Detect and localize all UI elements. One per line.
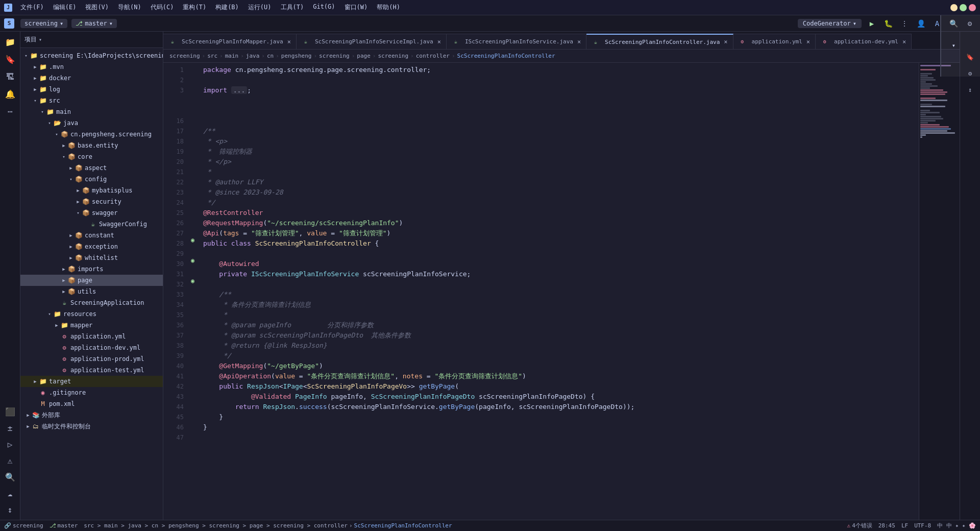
tree-item-temp[interactable]: ▶ 🗂 临时文件和控制台 bbox=[20, 421, 163, 432]
tree-item-docker[interactable]: ▶ 📁 docker bbox=[20, 73, 163, 84]
menu-help[interactable]: 帮助(H) bbox=[373, 2, 404, 13]
services-icon[interactable]: ☁ bbox=[2, 485, 18, 501]
project-icon[interactable]: 📁 bbox=[2, 34, 18, 50]
tree-item-page[interactable]: ▶ 📦 page bbox=[20, 275, 163, 286]
close-button[interactable] bbox=[969, 4, 976, 11]
tree-item-resources[interactable]: ▾ 📁 resources bbox=[20, 308, 163, 320]
tree-item-application-dev-yml[interactable]: ▶ ⚙ application-dev.yml bbox=[20, 342, 163, 353]
tree-item-log[interactable]: ▶ 📁 log bbox=[20, 84, 163, 95]
menu-nav[interactable]: 导航(N) bbox=[114, 2, 145, 13]
menu-build[interactable]: 构建(B) bbox=[211, 2, 243, 13]
tree-item-application-yml[interactable]: ▶ ⚙ application.yml bbox=[20, 331, 163, 342]
tab-application[interactable]: ⚙ application.yml × bbox=[733, 34, 816, 49]
run-button[interactable]: ▶ bbox=[866, 17, 878, 30]
breadcrumb-java[interactable]: java bbox=[246, 53, 260, 59]
tree-item-base-entity[interactable]: ▶ 📦 base.entity bbox=[20, 140, 163, 151]
breadcrumb-screening2[interactable]: screening bbox=[319, 53, 350, 59]
tree-item-exception[interactable]: ▶ 📦 exception bbox=[20, 241, 163, 252]
tab-application-close[interactable]: × bbox=[806, 38, 810, 45]
tree-item-externals[interactable]: ▶ 📚 外部库 bbox=[20, 409, 163, 421]
breadcrumb-controller[interactable]: controller bbox=[416, 53, 450, 59]
tree-item-utils[interactable]: ▶ 📦 utils bbox=[20, 286, 163, 297]
bookmark-icon[interactable]: 🔖 bbox=[2, 51, 18, 67]
tab-controller-close[interactable]: × bbox=[724, 38, 727, 45]
tab-controller[interactable]: ☕ ScScreeningPlanInfoController.java × bbox=[586, 34, 733, 49]
file-tree-content[interactable]: ▾ 📁 screening E:\IdeaProjects\screening … bbox=[20, 48, 163, 520]
tree-item-screeningapp[interactable]: ▶ ☕ ScreeningApplication bbox=[20, 297, 163, 308]
tree-item-constant[interactable]: ▶ 📦 constant bbox=[20, 230, 163, 241]
code-generator-button[interactable]: CodeGenerator ▾ bbox=[798, 19, 862, 28]
status-errors[interactable]: ⚠ 4个错误 bbox=[847, 522, 872, 529]
run-console-icon[interactable]: ▷ bbox=[2, 436, 18, 452]
menu-run[interactable]: 运行(U) bbox=[244, 2, 276, 13]
notification-icon[interactable]: 🔔 bbox=[2, 86, 18, 102]
tree-item-mvn[interactable]: ▶ 📁 .mvn bbox=[20, 61, 163, 73]
breadcrumb-src[interactable]: src bbox=[207, 53, 217, 59]
menu-edit[interactable]: 编辑(E) bbox=[49, 2, 81, 13]
git-icon[interactable]: ± bbox=[2, 420, 18, 436]
terminal-icon[interactable]: ⬛ bbox=[2, 403, 18, 420]
status-branch[interactable]: ⎇ master bbox=[50, 522, 78, 529]
breadcrumb-pengsheng[interactable]: pengsheng bbox=[281, 53, 312, 59]
user-button[interactable]: 👤 bbox=[915, 17, 927, 30]
tree-item-target[interactable]: ▶ 📁 target bbox=[20, 376, 163, 387]
right-icon-3[interactable]: ↕ bbox=[962, 82, 978, 98]
tab-application-dev-close[interactable]: × bbox=[902, 38, 906, 45]
status-project[interactable]: 🔗 screening bbox=[4, 522, 43, 529]
problems-icon[interactable]: ⚠ bbox=[2, 452, 18, 469]
tree-item-java[interactable]: ▾ 📂 java bbox=[20, 117, 163, 129]
more-tools-icon[interactable]: ⋯ bbox=[2, 103, 18, 119]
status-ime[interactable]: 中 中 ✦ ✦ 🌸 bbox=[937, 522, 976, 529]
breadcrumb-main[interactable]: main bbox=[225, 53, 239, 59]
tree-item-application-prod-yml[interactable]: ▶ ⚙ application-prod.yml bbox=[20, 353, 163, 365]
menu-git[interactable]: Git(G) bbox=[309, 2, 339, 13]
expand-icon[interactable]: ↕ bbox=[2, 501, 18, 518]
tab-iservice[interactable]: ☕ IScScreeningPlanInfoService.java × bbox=[447, 34, 586, 49]
tree-item-pomxml[interactable]: ▶ M pom.xml bbox=[20, 398, 163, 409]
tab-iservice-close[interactable]: × bbox=[577, 38, 581, 45]
status-breadcrumb[interactable]: src > main > java > cn > pengsheng > scr… bbox=[84, 522, 452, 529]
menu-refactor[interactable]: 重构(T) bbox=[179, 2, 210, 13]
maximize-button[interactable] bbox=[960, 4, 967, 11]
tab-serviceimpl-close[interactable]: × bbox=[437, 38, 441, 45]
tree-item-application-test-yml[interactable]: ▶ ⚙ application-test.yml bbox=[20, 365, 163, 376]
breadcrumb-cn[interactable]: cn bbox=[267, 53, 274, 59]
tab-serviceimpl[interactable]: ☕ ScScreeningPlanInfoServiceImpl.java × bbox=[297, 34, 447, 49]
tab-mapper-close[interactable]: × bbox=[287, 38, 291, 45]
tree-item-config[interactable]: ▾ 📦 config bbox=[20, 174, 163, 185]
minimize-button[interactable] bbox=[950, 4, 958, 11]
breadcrumb-page[interactable]: page bbox=[357, 53, 371, 59]
structure-icon[interactable]: 🏗 bbox=[2, 68, 18, 85]
status-encoding[interactable]: UTF-8 bbox=[914, 522, 931, 529]
breadcrumb-screening3[interactable]: screening bbox=[378, 53, 408, 59]
tree-item-gitignore[interactable]: ▶ ◉ .gitignore bbox=[20, 387, 163, 398]
breadcrumb-classname[interactable]: ScScreeningPlanInfoController bbox=[457, 53, 555, 59]
search-results-icon[interactable]: 🔍 bbox=[2, 469, 18, 485]
menu-view[interactable]: 视图(V) bbox=[81, 2, 113, 13]
tab-mapper[interactable]: ☕ ScScreeningPlanInfoMapper.java × bbox=[163, 34, 297, 49]
tree-item-core[interactable]: ▾ 📦 core bbox=[20, 151, 163, 162]
file-tree-header[interactable]: 项目 ▾ bbox=[20, 32, 163, 48]
menu-file[interactable]: 文件(F) bbox=[16, 2, 48, 13]
menu-window[interactable]: 窗口(W) bbox=[340, 2, 372, 13]
tree-item-swagger[interactable]: ▾ 📦 swagger bbox=[20, 207, 163, 219]
tree-item-mybatisplus[interactable]: ▶ 📦 mybatisplus bbox=[20, 185, 163, 196]
branch-selector[interactable]: ⎇ master ▾ bbox=[71, 19, 117, 28]
tree-item-aspect[interactable]: ▶ 📦 aspect bbox=[20, 162, 163, 174]
tree-item-mapper[interactable]: ▶ 📁 mapper bbox=[20, 320, 163, 331]
menu-bar[interactable]: 文件(F) 编辑(E) 视图(V) 导航(N) 代码(C) 重构(T) 构建(B… bbox=[16, 2, 404, 13]
project-selector[interactable]: screening ▾ bbox=[20, 19, 67, 28]
tree-item-src[interactable]: ▾ 📁 src bbox=[20, 95, 163, 106]
menu-tools[interactable]: 工具(T) bbox=[277, 2, 308, 13]
tree-item-imports[interactable]: ▶ 📦 imports bbox=[20, 263, 163, 275]
debug-button[interactable]: 🐛 bbox=[882, 17, 894, 30]
tree-item-security[interactable]: ▶ 📦 security bbox=[20, 196, 163, 207]
more-button[interactable]: ⋮ bbox=[898, 17, 911, 30]
breadcrumb-screening[interactable]: screening bbox=[169, 53, 200, 59]
status-time[interactable]: 28:45 bbox=[878, 522, 895, 529]
status-line-ending[interactable]: LF bbox=[901, 522, 908, 529]
tree-item-whitelist[interactable]: ▶ 📦 whitelist bbox=[20, 252, 163, 263]
tree-item-screening[interactable]: ▾ 📁 screening E:\IdeaProjects\screening bbox=[20, 50, 163, 61]
tree-item-main[interactable]: ▾ 📁 main bbox=[20, 106, 163, 117]
code-editor[interactable]: package cn.pengsheng.screening.page.scre… bbox=[199, 63, 919, 520]
